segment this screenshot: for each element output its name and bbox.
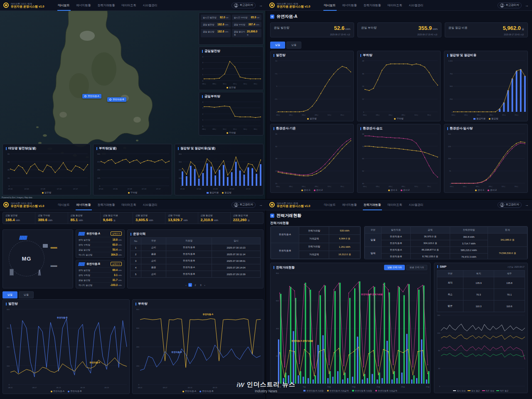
svg-text:00시: 00시 — [450, 185, 454, 187]
chart-toggle-buttons: 당월 전력거래 월별 전력거래 — [384, 265, 427, 270]
nav-dashboard[interactable]: 대시보드 — [57, 0, 71, 11]
nav-dashboard[interactable]: 대시보드 — [323, 0, 337, 11]
nav-dashboard[interactable]: 대시보드 — [57, 200, 71, 210]
logout-icon[interactable]: → — [525, 3, 529, 7]
chart-legend: 유연자원-A유연자원-B — [3, 389, 129, 394]
detail-button[interactable]: 상세보기 — [111, 232, 122, 236]
nav-energy[interactable]: 에너지현황 — [76, 200, 92, 210]
nav-energy[interactable]: 에너지현황 — [342, 0, 358, 11]
logout-icon[interactable]: → — [525, 203, 529, 207]
svg-text:07-17: 07-17 — [156, 188, 161, 190]
tab-daily[interactable]: 당일 — [270, 42, 285, 49]
tab-monthly[interactable]: 당월 — [286, 42, 301, 49]
generation-panel: 발전량 02.557.51000시03시06시09시12시15시 발전량 — [270, 51, 354, 121]
user-name: 최고관리자 — [240, 203, 254, 207]
dashboard-page: 마이크로그리드 연계 유연자원 운영시스템 v1.0 대시보드 에너지현황 전력… — [0, 0, 266, 200]
load-panel: 부하량 020040060080008-0108-0708-1308-1908-… — [132, 299, 264, 394]
legend-item: 육지 평균 — [468, 389, 480, 392]
nav-trading[interactable]: 전력거래현황 — [97, 0, 116, 11]
nav-data[interactable]: 데이터조회 — [121, 200, 137, 210]
svg-text:06시: 06시 — [476, 185, 480, 187]
svg-text:00시: 00시 — [363, 114, 367, 116]
svg-text:21일: 21일 — [377, 386, 380, 388]
table-row: 2공급유연자원-B2025.07.30 11:14 — [131, 251, 261, 258]
nav-trading[interactable]: 전력거래현황 — [363, 0, 382, 11]
solar-panel-icon — [78, 232, 85, 236]
nav-trading[interactable]: 전력거래현황 — [363, 200, 382, 210]
svg-text:0: 0 — [138, 384, 140, 386]
main-nav: 대시보드 에너지현황 전력거래현황 데이터조회 시스템관리 — [57, 0, 229, 11]
logout-icon[interactable]: → — [259, 3, 263, 7]
nav-system[interactable]: 시스템관리 — [142, 200, 158, 210]
svg-text:24: 24 — [362, 85, 364, 87]
nav-system[interactable]: 시스템관리 — [408, 200, 424, 210]
monthly-trade-button[interactable]: 당월 전력거래 — [384, 265, 405, 270]
svg-text:12시: 12시 — [328, 114, 331, 116]
svg-text:07-01: 07-01 — [180, 188, 185, 190]
legend-item: 절감비용 — [207, 191, 219, 194]
svg-text:07-17: 07-17 — [73, 188, 78, 190]
nav-trading[interactable]: 전력거래현황 — [97, 200, 116, 210]
user-chip[interactable]: 최고관리자 — [232, 202, 256, 208]
svg-text:400: 400 — [7, 308, 10, 310]
nav-system[interactable]: 시스템관리 — [408, 0, 424, 11]
legend-item: 유연자원-B 거래금액 — [375, 389, 397, 392]
svg-text:00시: 00시 — [276, 114, 280, 116]
energy-status-page: 마이크로그리드 연계 유연자원 운영시스템 v1.0 대시보드 에너지현황 전력… — [0, 200, 266, 399]
stat-today-load: 금일 부하량387.4 kWh — [232, 22, 262, 27]
watermark-title: 인더스트리 뉴스 — [247, 381, 296, 389]
page-3[interactable]: 3 — [199, 283, 203, 287]
svg-text:150: 150 — [448, 158, 451, 160]
by-month-trade-button[interactable]: 월별 전력거래 — [406, 265, 427, 270]
app-logo-icon — [3, 202, 9, 207]
nav-system[interactable]: 시스템관리 — [142, 0, 158, 11]
page-title: 유연자원-A — [270, 14, 298, 20]
next-page-icon[interactable]: › — [204, 284, 205, 286]
table-row: 최대135.9135.8 — [437, 277, 525, 289]
svg-text:07-05: 07-05 — [113, 188, 118, 190]
prev-page-icon[interactable]: ‹ — [186, 284, 187, 286]
user-chip[interactable]: 최고관리자 — [498, 2, 522, 8]
tab-monthly[interactable]: 당월 — [19, 291, 34, 298]
svg-text:400: 400 — [179, 153, 182, 155]
page-1[interactable]: 1 — [188, 283, 192, 287]
svg-text:225: 225 — [448, 145, 451, 148]
user-chip[interactable]: 최고관리자 — [232, 2, 256, 8]
user-chip[interactable]: 최고관리자 — [498, 202, 522, 208]
svg-text:10: 10 — [275, 60, 277, 62]
svg-text:08시: 08시 — [212, 128, 216, 130]
app-topbar: 마이크로그리드 연계 유연자원 운영시스템 v1.0 대시보드 에너지현황 전력… — [266, 200, 532, 210]
solar-panel-icon — [78, 262, 85, 266]
map-marker-resource-a[interactable]: 유연자원-A — [82, 94, 101, 99]
nav-energy[interactable]: 에너지현황 — [76, 0, 92, 11]
legend-item: 유연자원-A — [182, 390, 197, 393]
saving-panel: 절감량 및 절감비용 02505007501,00000시03시06시09시12… — [444, 51, 528, 121]
svg-text:300: 300 — [7, 327, 10, 329]
svg-text:08-19: 08-19 — [213, 387, 217, 389]
nav-data[interactable]: 데이터조회 — [387, 0, 403, 11]
svg-text:16시: 16시 — [254, 83, 257, 85]
tab-daily[interactable]: 당일 — [2, 291, 17, 298]
detail-button[interactable]: 상세보기 — [111, 262, 122, 266]
svg-text:06시: 06시 — [302, 185, 305, 187]
generation-panel: 발전량 010020030040008-0108-0708-1308-1908-… — [2, 299, 130, 394]
svg-text:09시: 09시 — [401, 185, 405, 187]
svg-text:6일: 6일 — [303, 386, 306, 388]
panel-title: 태양광 발전량(일별) — [3, 144, 90, 152]
trade-detail-table: 구분 발전자원 금액 전력판매량 합계 당월 유연자원-A 36,970.0 원… — [365, 227, 527, 259]
logout-icon[interactable]: → — [259, 203, 263, 207]
svg-text:16일: 16일 — [352, 386, 356, 388]
svg-text:00시: 00시 — [363, 185, 367, 187]
svg-text:07-05: 07-05 — [197, 188, 201, 190]
map-marker-resource-b[interactable]: 유연자원-B — [107, 97, 126, 102]
nav-data[interactable]: 데이터조회 — [387, 200, 403, 210]
legend-item: 절감비용 — [473, 117, 485, 120]
brand-title: 유연자원 운영시스템 v1.0 — [277, 204, 310, 208]
legend-item: 센서-2 — [401, 189, 410, 192]
nav-dashboard[interactable]: 대시보드 — [323, 200, 337, 210]
page-2[interactable]: 2 — [194, 283, 197, 287]
table-row: 최소70.370.1 — [437, 289, 525, 300]
svg-text:07-09: 07-09 — [41, 188, 45, 190]
nav-data[interactable]: 데이터조회 — [121, 0, 137, 11]
nav-energy[interactable]: 에너지현황 — [342, 200, 358, 210]
